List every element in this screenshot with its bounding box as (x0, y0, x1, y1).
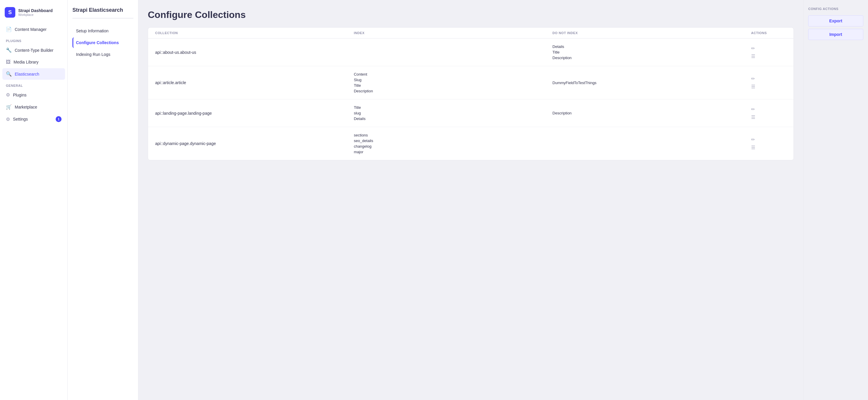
header-do-not-index: DO NOT INDEX (552, 31, 751, 35)
field-item: slug (354, 111, 553, 115)
sidebar-item-label: Content-Type Builder (15, 48, 54, 53)
collections-table: COLLECTION INDEX DO NOT INDEX ACTIONS ap… (148, 27, 794, 160)
field-item: DummyFieldToTestThings (552, 80, 751, 85)
sidebar-nav: 📄 Content Manager PLUGINS 🔧 Content-Type… (0, 24, 67, 395)
plugins-icon: ⚙ (6, 92, 10, 98)
app-name: Strapi Dashboard (18, 8, 53, 13)
sidebar-item-settings[interactable]: ⚙ Settings 1 (2, 113, 65, 125)
list-icon[interactable] (751, 54, 755, 59)
app-subtitle: Workplace (18, 13, 53, 16)
export-button[interactable]: Export (808, 15, 863, 27)
list-icon[interactable] (751, 84, 755, 90)
row-actions (751, 106, 786, 120)
field-item: Description (552, 56, 751, 60)
do-not-index-fields: Details Title Description (552, 44, 751, 60)
header-index: INDEX (354, 31, 553, 35)
edit-icon[interactable] (751, 137, 755, 142)
settings-icon: ⚙ (6, 116, 10, 122)
field-item: Title (354, 83, 553, 88)
sidebar-item-label: Settings (13, 117, 28, 122)
collection-name: api::about-us.about-us (155, 50, 354, 55)
edit-icon[interactable] (751, 106, 755, 112)
sidebar-item-label: Elasticsearch (15, 72, 39, 76)
edit-icon[interactable] (751, 45, 755, 51)
sidebar-item-plugins[interactable]: ⚙ Plugins (2, 89, 65, 101)
app-logo: S (5, 7, 15, 18)
list-icon[interactable] (751, 114, 755, 120)
table-row: api::landing-page.landing-page Title slu… (148, 99, 794, 127)
row-actions (751, 76, 786, 90)
secondary-sidebar-title: Strapi Elasticsearch (72, 7, 133, 19)
sidebar-item-media-library[interactable]: 🖼 Media Library (2, 57, 65, 68)
sidebar-item-label: Content Manager (15, 27, 46, 32)
table-row: api::article.article Content Slug Title … (148, 66, 794, 99)
import-button[interactable]: Import (808, 29, 863, 40)
sidebar-item-label: Marketplace (15, 105, 37, 109)
secondary-nav-configure-collections[interactable]: Configure Collections (72, 37, 133, 48)
edit-icon[interactable] (751, 76, 755, 81)
sidebar-item-marketplace[interactable]: 🛒 Marketplace (2, 101, 65, 113)
sidebar-item-content-type-builder[interactable]: 🔧 Content-Type Builder (2, 44, 65, 56)
media-library-icon: 🖼 (6, 59, 10, 65)
content-type-builder-icon: 🔧 (6, 47, 12, 53)
secondary-nav-indexing-run-logs[interactable]: Indexing Run Logs (72, 49, 133, 60)
field-item: sections (354, 133, 553, 137)
right-panel: CONFIG ACTIONS Export Import (803, 0, 868, 400)
main-content: Configure Collections COLLECTION INDEX D… (138, 0, 803, 400)
table-row: api::about-us.about-us Details Title Des… (148, 38, 794, 66)
header-collection: COLLECTION (155, 31, 354, 35)
field-item: seo_details (354, 138, 553, 143)
do-not-index-fields: Description (552, 111, 751, 115)
list-icon[interactable] (751, 145, 755, 150)
settings-badge: 1 (56, 116, 62, 122)
index-fields: sections seo_details changelog major (354, 133, 553, 154)
collection-name: api::landing-page.landing-page (155, 111, 354, 115)
collection-name: api::dynamic-page.dynamic-page (155, 141, 354, 146)
field-item: Slug (354, 78, 553, 82)
sidebar-item-content-manager[interactable]: 📄 Content Manager (2, 24, 65, 35)
field-item: Description (552, 111, 751, 115)
left-sidebar: S Strapi Dashboard Workplace 📄 Content M… (0, 0, 68, 400)
marketplace-icon: 🛒 (6, 104, 12, 110)
field-item: major (354, 150, 553, 154)
secondary-nav-setup-information[interactable]: Setup Information (72, 26, 133, 36)
field-item: changelog (354, 144, 553, 148)
field-item: Title (354, 105, 553, 110)
index-fields: Content Slug Title Description (354, 72, 553, 93)
collection-name: api::article.article (155, 80, 354, 85)
page-title: Configure Collections (148, 9, 794, 20)
index-fields: Title slug Details (354, 105, 553, 121)
config-actions-title: CONFIG ACTIONS (808, 7, 863, 10)
general-section-label: GENERAL (2, 80, 65, 89)
field-item: Details (552, 44, 751, 49)
row-actions (751, 45, 786, 59)
sidebar-item-label: Media Library (13, 60, 38, 64)
field-item: Content (354, 72, 553, 76)
plugins-section-label: PLUGINS (2, 36, 65, 44)
secondary-sidebar: Strapi Elasticsearch Setup Information C… (68, 0, 138, 400)
field-item: Description (354, 89, 553, 93)
elasticsearch-icon: 🔍 (6, 71, 12, 77)
field-item: Details (354, 116, 553, 121)
table-row: api::dynamic-page.dynamic-page sections … (148, 127, 794, 160)
table-header: COLLECTION INDEX DO NOT INDEX ACTIONS (148, 28, 794, 38)
field-item: Title (552, 50, 751, 55)
do-not-index-fields: DummyFieldToTestThings (552, 80, 751, 85)
sidebar-item-label: Plugins (13, 93, 27, 97)
content-manager-icon: 📄 (6, 27, 12, 32)
header-actions: ACTIONS (751, 31, 786, 35)
sidebar-header: S Strapi Dashboard Workplace (0, 5, 67, 24)
row-actions (751, 137, 786, 150)
sidebar-item-elasticsearch[interactable]: 🔍 Elasticsearch (2, 68, 65, 80)
